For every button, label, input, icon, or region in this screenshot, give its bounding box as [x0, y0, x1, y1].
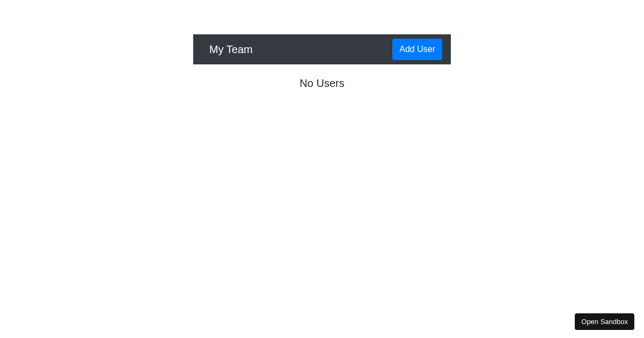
app-container: My Team Add User No Users [193, 0, 451, 90]
add-user-button[interactable]: Add User [392, 39, 442, 60]
empty-state-message: No Users [193, 77, 451, 90]
navbar: My Team Add User [193, 34, 451, 64]
navbar-brand: My Team [202, 41, 260, 58]
open-sandbox-button[interactable]: Open Sandbox [575, 313, 634, 330]
